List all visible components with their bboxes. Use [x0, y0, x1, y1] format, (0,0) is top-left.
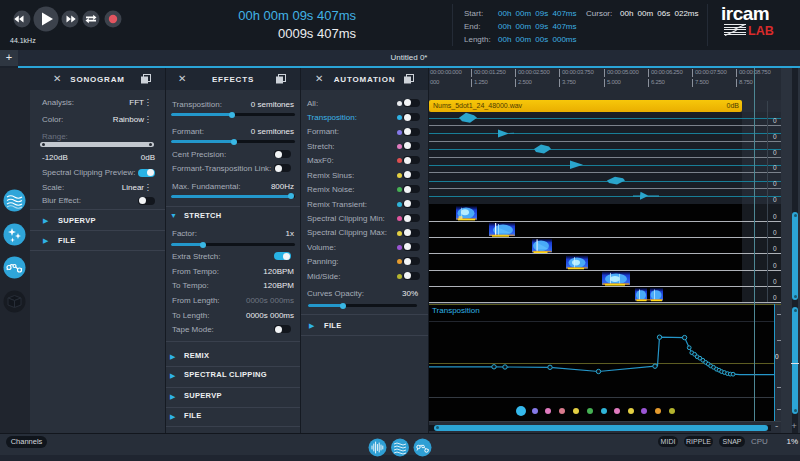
svg-text:LAB: LAB [748, 24, 774, 37]
